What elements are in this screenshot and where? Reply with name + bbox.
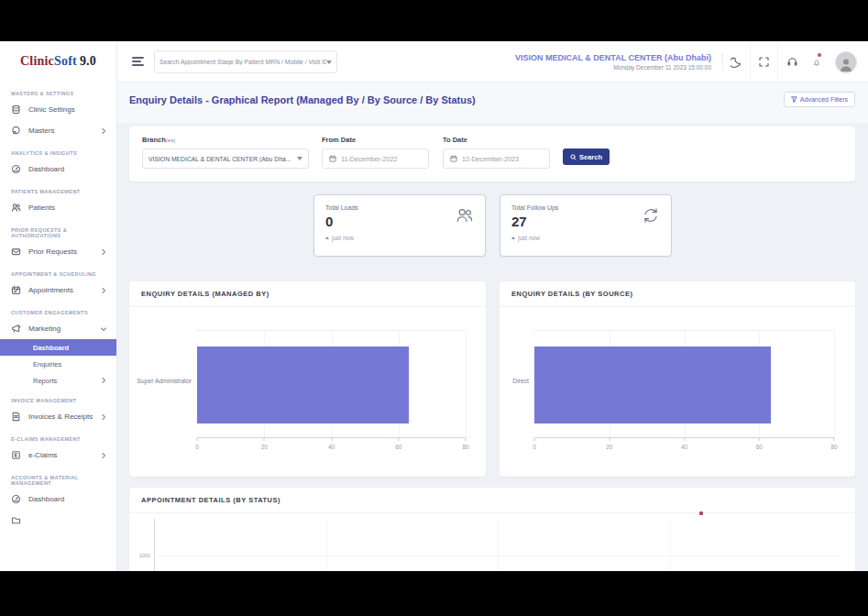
notification-badge <box>818 53 821 57</box>
search-input[interactable] <box>159 59 326 65</box>
sidebar-item-appointments[interactable]: Appointments <box>0 280 116 301</box>
from-date-label: From Date <box>322 136 356 144</box>
sidebar-section-prior-requests: PRIOR REQUESTS & AUTHORIZATIONS <box>0 227 116 238</box>
logo-version: 9.0 <box>80 54 96 69</box>
calendar-icon <box>450 155 457 162</box>
sidebar-item-dashboard-accounts[interactable]: Dashboard <box>0 489 116 510</box>
clinic-name: VISION MEDICAL & DENTAL CENTER (Abu Dhab… <box>515 53 711 62</box>
sidebar-section-eclaims-mgmt: E-CLAIMS MANAGEMENT <box>0 436 116 442</box>
sidebar-item-dashboard-analytics[interactable]: Dashboard <box>0 159 116 180</box>
chart-plot-area: 1000 900 <box>154 519 841 571</box>
headset-icon <box>786 56 798 68</box>
branch-label: Branch(es) <box>142 136 175 144</box>
sidebar-item-label: Marketing <box>28 324 100 333</box>
moon-icon <box>731 56 742 68</box>
x-tick-label: 0 <box>533 444 536 450</box>
sidebar-item-invoices-receipts[interactable]: Invoices & Receipts <box>0 406 116 427</box>
chevron-right-icon <box>100 248 107 256</box>
clinic-settings-icon <box>11 104 21 115</box>
sidebar-item-prior-requests[interactable]: Prior Requests <box>0 241 116 262</box>
chart-plot-area: Super Administrator 0 20 40 60 80 <box>197 330 466 438</box>
branch-select[interactable]: VISION MEDICAL & DENTAL CENTER (Abu Dha.… <box>142 148 309 169</box>
to-date-input[interactable] <box>462 155 543 163</box>
chart-title: ENQUIRY DETAILS (BY SOURCE) <box>500 281 855 307</box>
gridline <box>498 519 499 571</box>
fullscreen-button[interactable] <box>751 41 778 82</box>
hamburger-menu-icon[interactable] <box>132 57 144 66</box>
sidebar: ClinicSoft9.0 MASTERS & SETTINGS Clinic … <box>0 41 117 571</box>
to-date-field[interactable] <box>443 148 550 169</box>
chevron-right-icon <box>100 377 107 384</box>
gridline <box>834 330 835 438</box>
from-date-field[interactable] <box>322 148 429 169</box>
chart-title: APPOINTMENT DETAILS (BY STATUS) <box>129 488 855 513</box>
x-tick-label: 40 <box>328 444 335 450</box>
category-label: Direct <box>512 378 529 384</box>
x-tick-label: 20 <box>261 444 268 450</box>
user-avatar[interactable] <box>835 51 857 73</box>
topbar: VISION MEDICAL & DENTAL CENTER (Abu Dhab… <box>117 41 868 82</box>
status-legend-marker[interactable] <box>699 512 703 515</box>
gridline <box>326 519 327 571</box>
y-tick-label: 1000 <box>139 553 150 558</box>
sidebar-item-marketing[interactable]: Marketing <box>0 318 116 339</box>
sidebar-subitem-label: Dashboard <box>33 344 69 352</box>
masters-icon <box>11 126 21 136</box>
y-axis <box>154 519 155 571</box>
search-button[interactable]: Search <box>563 148 610 165</box>
prior-requests-icon <box>11 247 21 257</box>
sidebar-item-label: Prior Requests <box>28 248 100 256</box>
dashboard-icon <box>11 164 21 174</box>
x-tick-label: 80 <box>462 444 468 450</box>
x-tick-label: 80 <box>830 444 837 450</box>
chevron-right-icon <box>100 287 107 294</box>
chevron-right-icon <box>100 413 107 421</box>
sidebar-item-clinic-settings[interactable]: Clinic Settings <box>0 99 116 120</box>
bar-direct[interactable] <box>534 346 771 424</box>
stat-meta: just now <box>511 235 660 241</box>
sidebar-item-eclaims[interactable]: e-Claims <box>0 445 116 466</box>
caret-down-icon <box>326 60 332 64</box>
caret-down-icon <box>297 157 302 160</box>
sidebar-section-customer-engagements: CUSTOMER ENGAGEMENTS <box>0 310 116 315</box>
sidebar-item-partial[interactable] <box>0 510 116 531</box>
dark-mode-toggle[interactable] <box>723 41 751 82</box>
appointment-stage-searchbox[interactable] <box>154 50 337 73</box>
sidebar-section-patients-mgmt: PATIENTS MANAGEMENT <box>0 189 116 194</box>
notifications-button[interactable] <box>806 41 828 82</box>
chevron-down-icon <box>100 325 107 333</box>
app-logo[interactable]: ClinicSoft9.0 <box>0 41 116 82</box>
sidebar-subitem-reports[interactable]: Reports <box>0 372 116 389</box>
stat-value: 27 <box>511 214 660 229</box>
to-date-label: To Date <box>443 136 467 144</box>
x-tick-label: 60 <box>756 444 763 450</box>
stat-label: Total Follow Ups <box>511 204 660 211</box>
sidebar-item-patients[interactable]: Patients <box>0 197 116 218</box>
bar-super-administrator[interactable] <box>197 346 409 424</box>
search-button-label: Search <box>579 153 602 161</box>
sidebar-section-accounts-material: ACCOUNTS & MATERIAL MANAGEMENT <box>0 475 116 486</box>
sidebar-item-label: Masters <box>28 126 100 135</box>
gridline <box>466 330 467 438</box>
sidebar-subitem-dashboard-active[interactable]: Dashboard <box>0 339 116 356</box>
chart-plot-area: Direct 0 20 40 60 80 <box>534 330 834 438</box>
sidebar-item-label: Appointments <box>28 286 100 294</box>
folder-icon <box>11 515 21 525</box>
sidebar-item-label: Dashboard <box>28 495 107 503</box>
sidebar-item-masters[interactable]: Masters <box>0 120 116 141</box>
screenshot-root: ClinicSoft9.0 MASTERS & SETTINGS Clinic … <box>0 0 868 616</box>
support-button[interactable] <box>778 41 806 82</box>
sidebar-section-analytics: ANALYTICS & INSIGHTS <box>0 150 116 156</box>
logo-part-clinic: Clinic <box>20 54 54 69</box>
sidebar-section-invoice-mgmt: INVOICE MANAGEMENT <box>0 398 116 403</box>
patients-icon <box>11 203 21 213</box>
category-label: Super Administrator <box>137 378 192 384</box>
caret-up-icon <box>511 236 515 239</box>
sidebar-subitem-enquiries[interactable]: Enquiries <box>0 356 116 372</box>
sidebar-item-label: Invoices & Receipts <box>28 412 100 421</box>
clinic-selector[interactable]: VISION MEDICAL & DENTAL CENTER (Abu Dhab… <box>504 53 723 71</box>
advanced-filters-button[interactable]: Advanced Filters <box>784 92 855 107</box>
refresh-icon <box>642 206 660 225</box>
total-follow-ups-card: Total Follow Ups 27 just now <box>500 194 672 257</box>
from-date-input[interactable] <box>341 155 422 163</box>
